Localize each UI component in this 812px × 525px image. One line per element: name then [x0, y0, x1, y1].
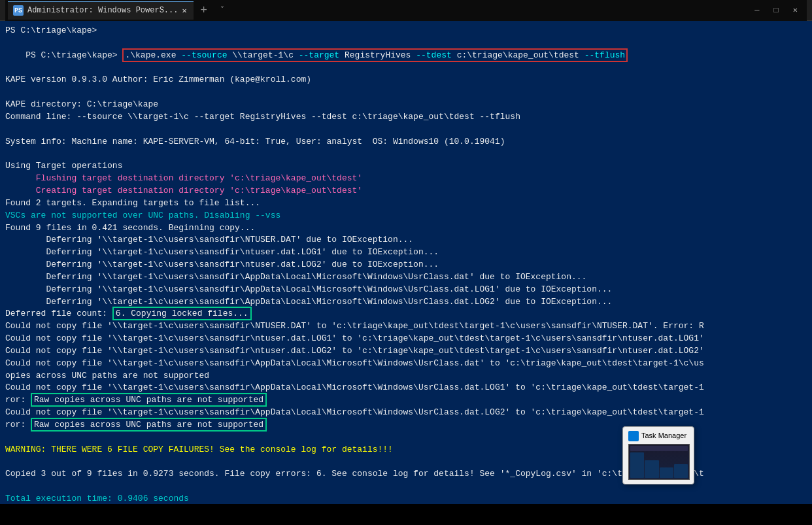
line-17: Deferring '\\target-1\c\users\sansdfir\n… [5, 246, 807, 259]
command-highlight: .\kape.exe --tsource \\target-1\c --targ… [122, 48, 628, 62]
task-manager-icon [628, 431, 639, 441]
line-22: Deferred file count: 6. Copying locked f… [5, 308, 807, 320]
line-5: KAPE directory: C:\triage\kape [5, 99, 807, 111]
unc-error-highlight-1: Raw copies across UNC paths are not supp… [31, 393, 267, 407]
line-8: System info: Machine name: KAPE-SERVER-V… [5, 136, 807, 148]
line-24: Could not copy file '\\target-1\c\users\… [5, 333, 807, 345]
line-blank-3 [5, 148, 807, 160]
line-19: Deferring '\\target-1\c\users\sansdfir\A… [5, 271, 807, 284]
powershell-icon: PS [13, 5, 24, 16]
line-16: Deferring '\\target-1\c\users\sansdfir\N… [5, 234, 807, 246]
powershell-tab[interactable]: PS Administrator: Windows PowerS... ✕ [8, 1, 194, 20]
line-18: Deferring '\\target-1\c\users\sansdfir\n… [5, 259, 807, 271]
tab-overflow-button[interactable]: ˅ [214, 3, 230, 18]
line-23: Could not copy file '\\target-1\c\users\… [5, 320, 807, 333]
unc-error-highlight-2: Raw copies across UNC paths are not supp… [31, 418, 267, 432]
line-13: Found 2 targets. Expanding targets to fi… [5, 197, 807, 210]
line-3: KAPE version 0.9.3.0 Author: Eric Zimmer… [5, 74, 807, 86]
line-20: Deferring '\\target-1\c\users\sansdfir\A… [5, 284, 807, 296]
line-blank-2 [5, 124, 807, 136]
task-manager-title: Task Manager [623, 430, 694, 443]
line-blank-1 [5, 86, 807, 99]
line-10: Using Target operations [5, 160, 807, 173]
line-11: Flushing target destination directory 'c… [5, 173, 807, 185]
terminal-area: PS C:\triage\kape> PS C:\triage\kape> .\… [0, 21, 812, 504]
line-26: Could not copy file '\\target-1\c\users\… [5, 358, 807, 370]
minimize-button[interactable]: ─ [748, 6, 766, 15]
tab-title: Administrator: Windows PowerS... [27, 6, 178, 15]
line-25: Could not copy file '\\target-1\c\users\… [5, 345, 807, 358]
task-manager-preview [628, 444, 690, 480]
copying-locked-files-highlight: 6. Copying locked files... [112, 307, 252, 320]
line-6: Command line: --tsource \\target-1\c --t… [5, 111, 807, 124]
maximize-button[interactable]: □ [768, 6, 785, 15]
line-2: PS C:\triage\kape> .\kape.exe --tsource … [5, 37, 807, 75]
line-28b: ror: Raw copies across UNC paths are not… [5, 394, 807, 407]
line-35: Total execution time: 0.9406 seconds [5, 493, 807, 504]
line-27: opies across UNC paths are not supported [5, 370, 807, 382]
line-14: VSCs are not supported over UNC paths. D… [5, 210, 807, 222]
line-12: Creating target destination directory 'c… [5, 185, 807, 197]
task-manager-popup[interactable]: Task Manager [622, 426, 694, 484]
close-button[interactable]: ✕ [787, 5, 804, 15]
line-15: Found 9 files in 0.421 seconds. Beginnin… [5, 222, 807, 235]
titlebar: PS Administrator: Windows PowerS... ✕ + … [0, 0, 812, 21]
tab-close-button[interactable]: ✕ [182, 6, 186, 16]
new-tab-button[interactable]: + [195, 1, 213, 20]
line-1: PS C:\triage\kape> [5, 25, 807, 37]
task-manager-label: Task Manager [641, 431, 686, 441]
